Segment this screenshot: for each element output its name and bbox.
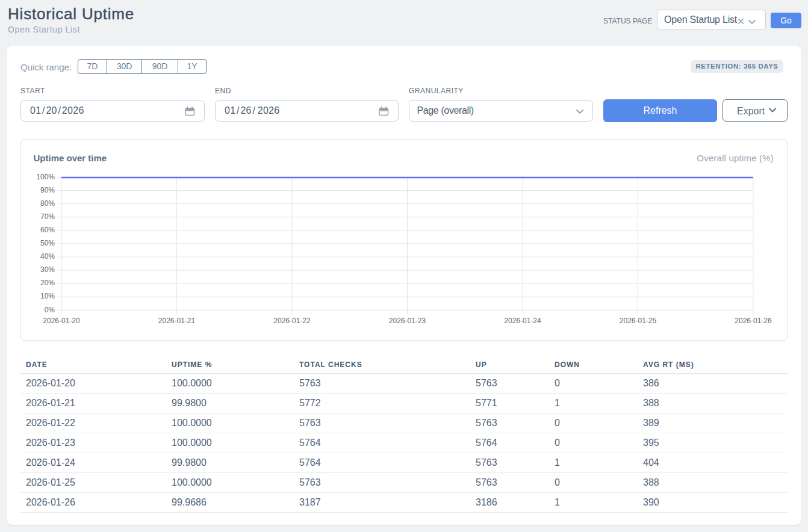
svg-text:40%: 40%	[40, 252, 55, 261]
svg-text:2026-01-21: 2026-01-21	[158, 317, 196, 325]
svg-text:2026-01-23: 2026-01-23	[389, 317, 426, 325]
svg-text:100%: 100%	[36, 173, 55, 181]
svg-text:2026-01-22: 2026-01-22	[273, 317, 311, 325]
svg-text:80%: 80%	[40, 199, 55, 208]
svg-text:20%: 20%	[40, 279, 55, 287]
svg-text:2026-01-24: 2026-01-24	[504, 317, 541, 325]
svg-text:2026-01-25: 2026-01-25	[620, 317, 657, 325]
svg-text:90%: 90%	[40, 186, 55, 194]
svg-text:60%: 60%	[40, 226, 55, 234]
svg-text:70%: 70%	[40, 212, 55, 221]
svg-text:10%: 10%	[40, 292, 55, 300]
svg-text:2026-01-26: 2026-01-26	[735, 317, 772, 325]
svg-text:2026-01-20: 2026-01-20	[43, 317, 80, 325]
svg-text:30%: 30%	[40, 265, 55, 274]
svg-text:50%: 50%	[40, 239, 55, 247]
svg-text:0%: 0%	[45, 306, 55, 314]
